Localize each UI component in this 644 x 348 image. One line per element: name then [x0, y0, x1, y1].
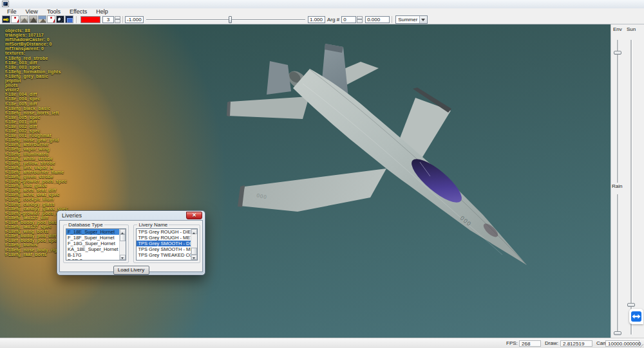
texture-preview-icon[interactable]: [38, 15, 46, 23]
list-item[interactable]: TPS Grey SMOOTH - METALLIC: [137, 246, 191, 252]
scroll-down-icon[interactable]: [191, 255, 197, 260]
background-image-icon[interactable]: [65, 15, 73, 23]
list-item[interactable]: KA_18E_Super_Hornet: [66, 246, 119, 252]
min-value-field[interactable]: -1.000: [125, 16, 144, 23]
arg-label: Arg #: [327, 17, 339, 23]
animation-slider[interactable]: [146, 15, 305, 24]
scroll-up-icon[interactable]: [191, 229, 197, 234]
env-slider-thumb[interactable]: [614, 51, 621, 55]
sun-slider[interactable]: [630, 40, 632, 334]
sun-slider-label: Sun: [627, 26, 636, 32]
scrollbar-thumb[interactable]: [120, 234, 126, 241]
draw-label: Draw:: [545, 340, 558, 346]
walk-animation-icon[interactable]: [11, 15, 19, 23]
season-value: Summer: [396, 16, 419, 23]
list-item[interactable]: B-17G: [66, 252, 119, 258]
list-item[interactable]: F_18F_Super_Hornet: [66, 235, 119, 241]
close-button[interactable]: ✕: [186, 212, 202, 219]
list-item[interactable]: TPS Grey TWEAKED COMPOSITE: [137, 252, 191, 258]
spin-down-icon[interactable]: [115, 19, 120, 23]
season-select[interactable]: Summer: [395, 15, 428, 24]
arg-number-field[interactable]: 0: [341, 16, 356, 23]
livery-name-label: Livery Name: [137, 222, 169, 228]
scrollbar[interactable]: [119, 229, 126, 260]
menu-item-view[interactable]: View: [21, 8, 43, 15]
menu-item-help[interactable]: Help: [91, 8, 113, 15]
list-item[interactable]: F_18E_Super_Hornet: [66, 229, 119, 235]
list-item[interactable]: TPS Grey ROUGH - METALLIC: [137, 235, 191, 241]
run-animation-icon[interactable]: [47, 15, 55, 23]
toolbar: 3 -1.000 1.000 Arg # 0 0.000 Summer: [0, 15, 644, 24]
menu-item-tools[interactable]: Tools: [43, 8, 65, 15]
dialog-title: Liveries: [59, 211, 203, 220]
menu-item-effects[interactable]: Effects: [65, 8, 91, 15]
open-model-icon[interactable]: [2, 15, 10, 23]
menu-item-file[interactable]: File: [3, 8, 21, 15]
scrollbar-thumb[interactable]: [191, 248, 197, 255]
teamviewer-overlay-button[interactable]: [629, 309, 643, 324]
lod-spinner: [115, 16, 120, 23]
scroll-up-icon[interactable]: [120, 229, 126, 234]
load-livery-button[interactable]: Load Livery: [113, 266, 149, 275]
title-bar: [0, 0, 644, 9]
env-slider[interactable]: [617, 40, 618, 183]
value-field[interactable]: 1.000: [308, 16, 325, 23]
list-item[interactable]: F-5E-3: [66, 258, 119, 260]
rain-slider-label: Rain: [612, 183, 622, 189]
viewport-3d[interactable]: 000 000 objects: 88 triangles: 107117 mf…: [0, 24, 611, 338]
spin-down-icon[interactable]: [357, 19, 363, 23]
env-slider-label: Env: [613, 26, 622, 32]
list-item[interactable]: F_18G_Super_Hornet: [66, 241, 119, 246]
list-item[interactable]: TPS Grey ROUGH - DIELETRIC: [137, 229, 191, 235]
menu-bar: File View Tools Effects Help: [0, 8, 644, 15]
database-type-list[interactable]: F_18E_Super_HornetF_18F_Super_HornetF_18…: [66, 228, 126, 261]
database-type-group: Database Type F_18E_Super_HornetF_18F_Su…: [63, 224, 129, 263]
scroll-down-icon[interactable]: [120, 255, 126, 260]
environment-panel: Env Sun Rain: [611, 24, 644, 338]
model-viewer-window: { "window": { "menu": ["File", "View", "…: [0, 0, 644, 348]
livery-name-list[interactable]: TPS Grey ROUGH - DIELETRICTPS Grey ROUGH…: [136, 228, 198, 261]
night-view-icon[interactable]: [56, 15, 64, 23]
slider-thumb[interactable]: [229, 16, 232, 23]
database-type-label: Database Type: [67, 222, 104, 228]
arg-value-field[interactable]: 0.000: [365, 16, 390, 23]
close-icon: ✕: [192, 212, 196, 218]
lod-spin-field[interactable]: 3: [102, 16, 114, 23]
color-swatch[interactable]: [80, 16, 100, 23]
teamviewer-icon: [631, 311, 641, 322]
sun-slider-thumb[interactable]: [627, 303, 635, 307]
fps-value: 268: [519, 340, 541, 347]
snapshot-icon[interactable]: [20, 15, 28, 23]
snapshot-dark-icon[interactable]: [29, 15, 37, 23]
fps-label: FPS:: [506, 340, 518, 346]
rain-slider-thumb[interactable]: [614, 331, 621, 335]
aircraft-model: 000 000: [0, 24, 611, 338]
list-item[interactable]: TPS Grey SMOOTH - DIELETRIC: [137, 241, 191, 246]
liveries-dialog: Liveries ✕ Database Type F_18E_Super_Hor…: [57, 210, 205, 275]
status-bar: FPS: 268 Draw: 2.812519 Cam Dist: 10000.…: [0, 338, 644, 348]
draw-value: 2.812519: [560, 340, 592, 347]
app-icon: [2, 1, 9, 7]
chevron-down-icon[interactable]: [419, 16, 427, 23]
cam-dist-value: 10000.000000: [605, 340, 639, 347]
scrollbar[interactable]: [191, 229, 197, 260]
rain-slider[interactable]: [617, 194, 618, 334]
livery-name-group: Livery Name TPS Grey ROUGH - DIELETRICTP…: [133, 224, 200, 263]
arg-spinner: [357, 16, 363, 23]
